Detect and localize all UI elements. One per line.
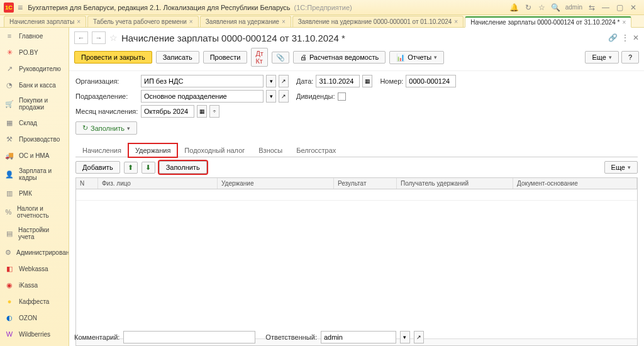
menu-icon[interactable]: ≡	[18, 3, 23, 13]
organization-label: Организация:	[75, 77, 138, 85]
sidebar-item-17[interactable]: WWildberries	[0, 326, 69, 342]
tab-close-icon[interactable]: ×	[622, 19, 626, 26]
more-button[interactable]: Еще	[585, 51, 618, 64]
sidebar-label: OZON	[19, 315, 37, 321]
kebab-icon[interactable]: ⋮	[621, 33, 629, 42]
fill-tab-button[interactable]: Заполнить	[159, 161, 207, 174]
sidebar-label: Руководителю	[19, 65, 61, 72]
move-down-button[interactable]: ⬇	[142, 162, 155, 174]
tab-close-icon[interactable]: ×	[189, 18, 193, 25]
sidebar-icon: %	[5, 208, 12, 216]
tab-close-icon[interactable]: ×	[454, 18, 458, 25]
document-tab-2[interactable]: Заявления на удержание×	[200, 16, 291, 27]
dividends-checkbox[interactable]	[338, 92, 346, 101]
dtkt-button[interactable]: ДтКт	[251, 48, 268, 67]
number-field[interactable]	[406, 75, 456, 87]
responsible-open-button[interactable]: ↗	[414, 331, 424, 343]
sidebar-item-13[interactable]: ◧Webkassa	[0, 260, 69, 277]
tab-more-button[interactable]: Еще	[604, 161, 638, 174]
col-person[interactable]: Физ. лицо	[98, 178, 218, 189]
document-tab-0[interactable]: Начисления зарплаты×	[4, 16, 86, 27]
department-select-button[interactable]: ▾	[266, 90, 276, 103]
sidebar-item-0[interactable]: ≡Главное	[0, 28, 69, 44]
responsible-select-button[interactable]: ▾	[400, 331, 410, 343]
subtab-2[interactable]: Подоходный налог	[177, 143, 252, 157]
maximize-icon[interactable]: ▢	[614, 3, 625, 12]
post-and-close-button[interactable]: Провести и закрыть	[74, 51, 152, 64]
document-tab-1[interactable]: Табель учета рабочего времени×	[87, 16, 199, 27]
month-stepper-button[interactable]: ÷	[209, 105, 219, 118]
close-icon[interactable]: ✕	[628, 3, 639, 12]
department-field[interactable]	[141, 90, 264, 103]
settings-icon[interactable]: ⇆	[586, 3, 597, 12]
post-button[interactable]: Провести	[203, 51, 248, 64]
sidebar-item-9[interactable]: ▥РМК	[0, 185, 69, 201]
department-open-button[interactable]: ↗	[279, 90, 289, 103]
move-up-button[interactable]: ⬆	[124, 162, 138, 174]
sidebar-icon: ●	[5, 297, 14, 306]
sidebar-item-15[interactable]: ●Каффеста	[0, 293, 69, 310]
help-button[interactable]: ?	[621, 51, 639, 64]
print-button[interactable]: 🖨 Расчетная ведомость	[293, 51, 386, 64]
date-picker-button[interactable]: ▦	[362, 75, 372, 87]
sidebar-item-3[interactable]: ◔Банк и касса	[0, 77, 69, 93]
minimize-icon[interactable]: —	[600, 3, 611, 12]
organization-field[interactable]	[141, 75, 264, 87]
link-icon[interactable]: 🔗	[608, 33, 618, 42]
sidebar-item-16[interactable]: ◐OZON	[0, 310, 69, 326]
sidebar-item-1[interactable]: ✳PO.BY	[0, 44, 69, 60]
sidebar-icon: 👤	[5, 170, 14, 179]
window-close-icon[interactable]: ✕	[633, 33, 639, 42]
favorite-icon[interactable]: ☆	[109, 33, 118, 43]
month-picker-button[interactable]: ▦	[197, 105, 207, 118]
month-field[interactable]	[141, 105, 194, 118]
sidebar-item-11[interactable]: ▤Настройки учета	[0, 223, 69, 244]
forward-button[interactable]: →	[92, 31, 106, 44]
sidebar-label: iKassa	[19, 282, 38, 289]
document-tab-4[interactable]: Начисление зарплаты 0000-000124 от 31.10…	[465, 16, 631, 28]
sidebar-item-7[interactable]: 🚚ОС и НМА	[0, 147, 69, 164]
add-button[interactable]: Добавить	[75, 161, 120, 174]
col-result[interactable]: Результат	[334, 178, 397, 189]
reports-button[interactable]: 📊 Отчеты	[389, 51, 444, 64]
sidebar-icon: ◧	[5, 264, 14, 273]
sidebar-item-12[interactable]: ⚙Администрирование	[0, 244, 69, 260]
attach-button[interactable]: 📎	[272, 52, 289, 64]
col-deduction[interactable]: Удержание	[218, 178, 334, 189]
sidebar-item-6[interactable]: ⚒Производство	[0, 131, 69, 147]
bell-icon[interactable]: 🔔	[509, 3, 520, 12]
responsible-field[interactable]	[321, 331, 396, 343]
col-n[interactable]: N	[76, 178, 98, 189]
save-button[interactable]: Записать	[156, 51, 199, 64]
sidebar-label: PO.BY	[19, 49, 38, 56]
star-icon[interactable]: ☆	[536, 3, 548, 12]
comment-field[interactable]	[123, 331, 255, 343]
search-icon[interactable]: 🔍	[550, 3, 562, 12]
subtab-4[interactable]: Белгосстрах	[289, 143, 343, 157]
sidebar-item-14[interactable]: ◉iKassa	[0, 277, 69, 293]
subtab-3[interactable]: Взносы	[252, 143, 289, 157]
sidebar-icon: 🚚	[5, 151, 14, 160]
fill-main-button[interactable]: ↻ Заполнить	[75, 121, 137, 135]
sidebar-item-5[interactable]: ▦Склад	[0, 114, 69, 131]
subtab-1[interactable]: Удержания	[128, 143, 177, 157]
tab-close-icon[interactable]: ×	[77, 18, 80, 25]
history-icon[interactable]: ↻	[523, 3, 534, 12]
dividends-label: Дивиденды:	[296, 92, 335, 100]
deductions-grid[interactable]: N Физ. лицо Удержание Результат Получате…	[75, 177, 638, 346]
document-tab-3[interactable]: Заявление на удержание 0000-000001 от 01…	[292, 16, 464, 27]
date-field[interactable]	[316, 75, 360, 87]
sidebar-item-4[interactable]: 🛒Покупки и продажи	[0, 93, 69, 114]
sidebar-item-2[interactable]: ↗Руководителю	[0, 60, 69, 77]
col-basis[interactable]: Документ-основание	[513, 178, 637, 189]
tab-close-icon[interactable]: ×	[282, 18, 286, 25]
back-button[interactable]: ←	[74, 31, 88, 44]
department-label: Подразделение:	[75, 92, 138, 100]
col-recipient[interactable]: Получатель удержаний	[397, 178, 513, 189]
responsible-label: Ответственный:	[265, 333, 317, 341]
organization-open-button[interactable]: ↗	[279, 75, 289, 87]
sidebar-item-10[interactable]: %Налоги и отчетность	[0, 201, 69, 223]
sidebar-item-8[interactable]: 👤Зарплата и кадры	[0, 164, 69, 185]
organization-select-button[interactable]: ▾	[266, 75, 276, 87]
subtab-0[interactable]: Начисления	[75, 143, 128, 157]
